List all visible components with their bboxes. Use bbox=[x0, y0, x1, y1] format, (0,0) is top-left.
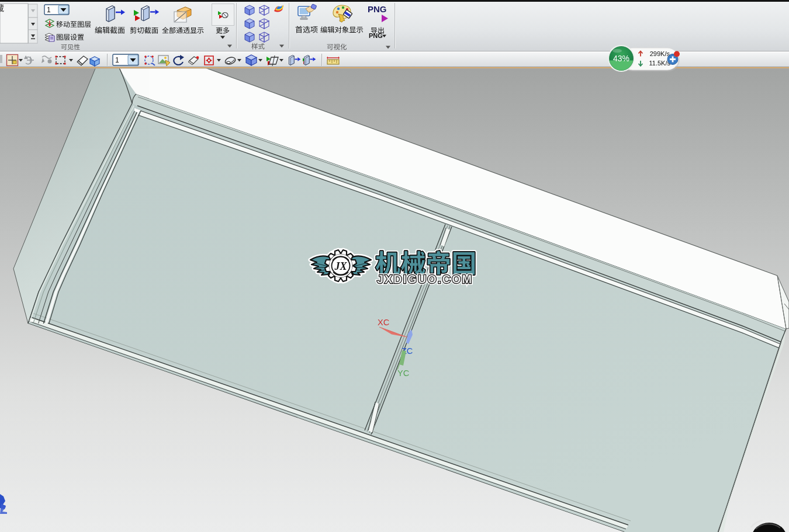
svg-text:1: 1 bbox=[115, 56, 119, 64]
svg-text:JXDIGUO.COM: JXDIGUO.COM bbox=[377, 273, 473, 286]
svg-text:PNG: PNG bbox=[369, 32, 383, 39]
svg-text:PNG: PNG bbox=[368, 4, 387, 14]
svg-text:299K/s: 299K/s bbox=[650, 50, 670, 57]
svg-text:XC: XC bbox=[378, 318, 389, 327]
svg-text:JX: JX bbox=[334, 260, 347, 272]
svg-text:YC: YC bbox=[397, 368, 409, 378]
svg-text:1: 1 bbox=[47, 6, 51, 14]
svg-text:43%: 43% bbox=[613, 54, 629, 63]
